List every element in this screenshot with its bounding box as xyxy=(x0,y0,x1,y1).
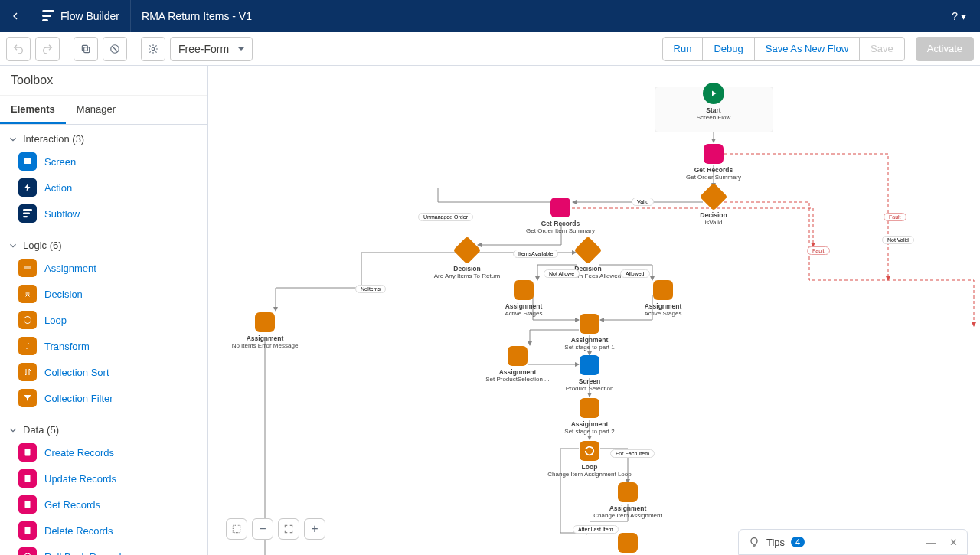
decision-icon xyxy=(453,237,482,265)
element-loop[interactable]: Loop xyxy=(0,307,207,333)
toolbar: Free-Form Run Debug Save As New Flow Sav… xyxy=(0,32,980,66)
section-data[interactable]: Data (5) xyxy=(0,420,207,439)
canvas-zoom-controls: − + xyxy=(226,518,325,540)
svg-point-19 xyxy=(751,538,757,544)
select-mode-button[interactable] xyxy=(226,518,247,540)
action-icon xyxy=(18,178,37,197)
filter-icon xyxy=(18,389,37,407)
fit-button[interactable] xyxy=(278,518,299,540)
label-allowed: Allowed xyxy=(620,269,650,278)
element-rollback[interactable]: Roll Back Records xyxy=(0,544,207,555)
node-screen-product[interactable]: Screen Product Selection xyxy=(544,355,635,392)
section-logic[interactable]: Logic (6) xyxy=(0,236,207,255)
element-delete-records[interactable]: Delete Records xyxy=(0,517,207,544)
screen-icon xyxy=(18,152,37,171)
element-transform[interactable]: Transform xyxy=(0,333,207,359)
node-any-items[interactable]: Decision Are Any Items To Return xyxy=(421,240,513,279)
get-records-icon xyxy=(550,198,570,217)
get-records-icon xyxy=(704,144,724,164)
loop-icon xyxy=(18,311,37,329)
debug-button[interactable]: Debug xyxy=(702,37,754,61)
tab-manager[interactable]: Manager xyxy=(66,96,126,124)
lightbulb-icon xyxy=(748,536,760,548)
tips-panel[interactable]: Tips 4 — ✕ xyxy=(738,529,968,555)
assignment-icon xyxy=(618,533,638,553)
element-collection-filter[interactable]: Collection Filter xyxy=(0,385,207,411)
copy-button[interactable] xyxy=(74,37,98,61)
tips-label: Tips xyxy=(766,537,785,548)
assignment-icon xyxy=(618,482,638,502)
element-decision[interactable]: Decision xyxy=(0,281,207,307)
node-start[interactable]: Start Screen Flow xyxy=(668,83,760,121)
node-active-stages-left[interactable]: Assignment Active Stages xyxy=(478,280,570,317)
node-change-item[interactable]: Assignment Change Item Assignment xyxy=(582,482,674,519)
svg-rect-9 xyxy=(23,213,30,214)
svg-rect-13 xyxy=(25,449,31,456)
svg-rect-14 xyxy=(25,475,31,482)
svg-rect-18 xyxy=(233,525,240,532)
element-screen[interactable]: Screen xyxy=(0,149,207,175)
label-itemsavailable: ItemsAvailable xyxy=(513,250,558,258)
label-notvalid: Not Valid xyxy=(882,236,914,244)
minimize-icon[interactable]: — xyxy=(926,537,936,548)
run-button[interactable]: Run xyxy=(662,37,704,61)
flow-title: RMA Return Items - V1 xyxy=(131,10,263,22)
svg-point-6 xyxy=(152,47,155,51)
section-interaction[interactable]: Interaction (3) xyxy=(0,129,207,149)
svg-rect-11 xyxy=(24,267,31,268)
zoom-out-button[interactable]: − xyxy=(252,518,273,540)
node-active-stages-right[interactable]: Assignment Active Stages xyxy=(617,280,709,317)
node-get-order-summary[interactable]: Get Records Get Order Summary xyxy=(668,144,760,181)
decision-icon xyxy=(574,237,603,265)
node-get-order-item[interactable]: Get Records Get Order Item Summary xyxy=(514,198,606,234)
decision-icon xyxy=(18,285,37,303)
element-action[interactable]: Action xyxy=(0,175,207,201)
back-button[interactable] xyxy=(0,0,31,32)
assignment-icon xyxy=(514,280,534,300)
svg-rect-12 xyxy=(24,269,31,269)
svg-rect-10 xyxy=(23,216,28,217)
decision-icon xyxy=(700,183,728,211)
element-create-records[interactable]: Create Records xyxy=(0,439,207,465)
element-update-records[interactable]: Update Records xyxy=(0,465,207,491)
label-fault2: Fault xyxy=(807,246,830,255)
assignment-icon xyxy=(580,398,599,418)
help-menu[interactable]: ? ▾ xyxy=(938,10,980,22)
tab-elements[interactable]: Elements xyxy=(0,96,66,124)
svg-rect-15 xyxy=(25,501,31,508)
node-no-items-error[interactable]: Assignment No Items Error Message xyxy=(219,312,311,349)
element-assignment[interactable]: Assignment xyxy=(0,255,207,281)
svg-rect-16 xyxy=(25,527,31,534)
save-as-button[interactable]: Save As New Flow xyxy=(754,37,860,61)
label-valid: Valid xyxy=(632,198,654,206)
svg-rect-2 xyxy=(42,19,48,21)
label-foreach: For Each Item xyxy=(610,449,655,458)
update-records-icon xyxy=(18,469,37,488)
redo-button xyxy=(35,37,60,61)
node-loop[interactable]: Loop Change Item Assignment Loop xyxy=(544,441,635,478)
zoom-in-button[interactable]: + xyxy=(304,518,325,540)
toggle-button[interactable] xyxy=(103,37,127,61)
element-collection-sort[interactable]: Collection Sort xyxy=(0,359,207,385)
get-records-icon xyxy=(18,495,37,514)
transform-icon xyxy=(18,337,37,355)
loop-icon xyxy=(580,441,599,461)
element-subflow[interactable]: Subflow xyxy=(0,201,207,227)
svg-rect-0 xyxy=(42,10,54,12)
play-icon xyxy=(703,83,724,104)
top-nav: Flow Builder RMA Return Items - V1 ? ▾ xyxy=(0,0,980,32)
node-set-part1[interactable]: Assignment Set stage to part 1 xyxy=(544,314,635,351)
node-isvalid[interactable]: Decision isValid xyxy=(668,187,760,226)
toolbox-title: Toolbox xyxy=(0,66,207,96)
element-get-records[interactable]: Get Records xyxy=(0,491,207,517)
toolbox-panel: Toolbox Elements Manager Interaction (3)… xyxy=(0,66,208,555)
delete-records-icon xyxy=(18,521,37,540)
close-icon[interactable]: ✕ xyxy=(949,537,958,548)
node-assignment-bottom[interactable]: Assignment xyxy=(582,533,674,555)
flow-canvas[interactable]: Start Screen Flow Get Records Get Order … xyxy=(208,66,980,555)
screen-icon xyxy=(580,355,599,375)
settings-button[interactable] xyxy=(141,37,165,61)
label-afterlast: After Last Item xyxy=(573,525,619,534)
layout-mode-select[interactable]: Free-Form xyxy=(170,37,253,61)
node-set-part2[interactable]: Assignment Set stage to part 2 xyxy=(544,398,635,435)
